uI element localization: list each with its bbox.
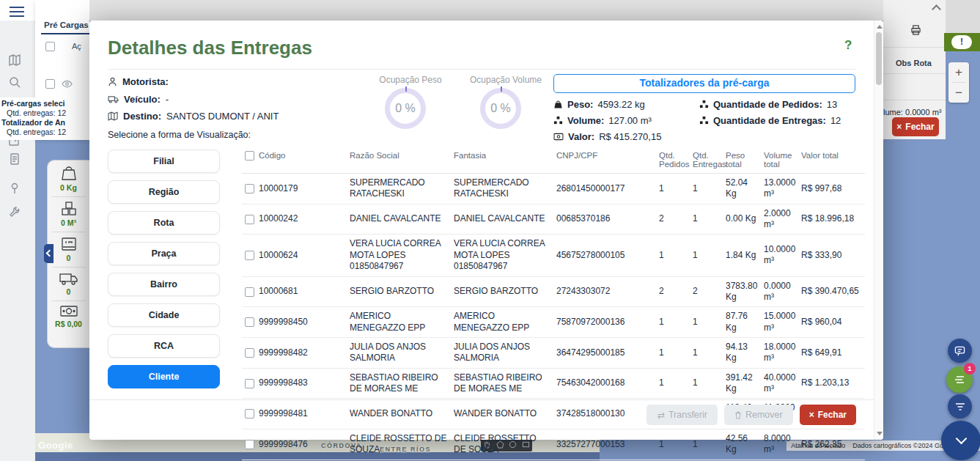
row-checkbox[interactable] [245,348,254,358]
view-button-praca[interactable]: Praça [108,242,220,265]
row-checkbox[interactable] [245,287,254,297]
scrollbar-thumb[interactable] [876,32,882,85]
header-fantasia: Fantasia [451,148,553,174]
cell-valor: R$ 649,91 [798,337,865,368]
row-checkbox[interactable] [245,317,254,327]
row-checkbox[interactable] [245,215,254,224]
search-icon[interactable] [8,75,21,89]
chat-floating-button[interactable] [948,339,972,363]
menu-hamburger-icon[interactable] [10,7,24,17]
view-button-regiao[interactable]: Região [108,180,220,204]
select-all-checkbox[interactable] [45,42,55,51]
collapse-down-floating-button[interactable] [941,421,980,460]
google-logo: Google [38,440,73,451]
row-checkbox[interactable] [245,251,254,260]
table-row[interactable]: 9999998482JULIA DOS ANJOS SALMORIAJULIA … [242,337,865,368]
close-icon: × [809,410,814,420]
cell-peso: 1.84 Kg [723,235,761,276]
row-checkbox[interactable] [245,184,254,193]
printer-icon[interactable] [910,25,921,35]
cell-cnpj: 75870972000136 [553,307,656,338]
total-entregas: Quantidade de Entregas: 12 [699,115,841,126]
table-row[interactable]: 10000624VERA LUCIA CORREA MOTA LOPES 018… [242,235,865,276]
collapse-panel-button[interactable] [44,244,54,263]
modal-scrollbar[interactable] [874,21,883,440]
row-checkbox[interactable] [245,379,254,388]
view-button-rca[interactable]: RCA [108,334,220,358]
gauge-volume-label: Ocupação Volume [458,75,553,85]
header-cnpj-cpf: CNPJ/CPF [553,148,656,174]
view-button-cidade[interactable]: Cidade [108,303,220,327]
summary-qtd-entregas: Qtd. entregas: 12 [1,108,89,118]
gauge-peso-label: Ocupação Peso [363,75,458,85]
cell-valor: R$ 960,04 [798,307,865,338]
green-alert-strip: ! [944,33,980,51]
table-row[interactable]: 9999998476CLEIDE ROSSETTO DE SOUZACLEIDE… [242,429,865,460]
cell-peso: 52.04 Kg [723,174,761,204]
fechar-button[interactable]: × Fechar [800,405,856,425]
zoom-out-button[interactable]: − [948,83,969,103]
zoom-in-button[interactable]: + [948,62,969,82]
cell-valor: R$ 262,35 [798,429,865,460]
close-icon: × [896,122,902,132]
table-row[interactable]: 10000242DANIEL CAVALCANTEDANIEL CAVALCAN… [242,204,865,235]
row-checkbox[interactable] [45,79,55,89]
view-button-filial[interactable]: Filial [108,150,220,173]
alert-badge[interactable]: ! [951,35,972,49]
remover-button[interactable]: Remover [724,405,793,425]
transfer-icon: ⇄ [657,410,664,421]
modal-title: Detalhes das Entregas [108,37,312,59]
view-button-bairro[interactable]: Bairro [108,273,220,296]
scroll-down-arrow-icon[interactable] [877,432,883,435]
cell-fantasia: VERA LUCIA CORREA MOTA LOPES 01850847967 [451,235,553,276]
volume-sitemap-icon [553,116,563,125]
wrench-icon[interactable] [8,205,21,218]
cell-codigo: 9999998482 [242,337,347,368]
row-checkbox[interactable] [245,440,254,449]
help-button[interactable]: ? [844,38,852,53]
total-volume: Volume: 127.00 m³ [553,115,652,126]
table-row[interactable]: 10000681SERGIO BARZOTTOSERGIO BARZOTTO27… [242,276,865,307]
document-icon[interactable] [8,152,21,166]
table-row[interactable]: 10000179SUPERMERCADO RATACHESKISUPERMERC… [242,174,865,204]
column-fragment: Aç [72,42,81,51]
card-veiculos-value: 0 [67,287,71,296]
select-all-checkbox[interactable] [245,151,254,161]
map-icon[interactable] [8,54,21,67]
cell-volume: 15.0000 m³ [761,307,798,338]
cell-pedidos: 1 [656,235,690,276]
cell-peso: 3783.80 Kg [723,276,761,307]
card-peso-value: 0 Kg [60,183,77,192]
header-codigo: Código [242,148,347,174]
summary-selected-label: Pré-cargas seleci [1,99,89,108]
cell-cnpj: 26801450000177 [553,174,656,204]
table-row[interactable]: 9999998450AMERICO MENEGAZZO EPPAMERICO M… [242,307,865,338]
filter-floating-button[interactable] [948,394,972,418]
left-sidebar [0,21,35,461]
table-row[interactable]: 9999998483SEBASTIAO RIBEIRO DE MORAES ME… [242,368,865,399]
eye-icon[interactable] [62,78,73,89]
deliveries-sitemap-icon [699,116,709,125]
cell-fantasia: SERGIO BARZOTTO [451,276,553,307]
cell-codigo: 9999998483 [242,368,347,399]
view-button-cliente[interactable]: Cliente [108,365,220,388]
cell-razao: SUPERMERCADO RATACHESKI [347,174,451,204]
card-entregas-value: 0 [67,254,71,262]
truck-icon [59,270,79,287]
cell-peso: 42.56 Kg [723,429,761,460]
transferir-button[interactable]: ⇄ Transferir [646,405,718,425]
scroll-up-arrow-icon[interactable] [877,25,883,29]
cell-fantasia: SEBASTIAO RIBEIRO DE MORAES ME [451,368,553,399]
cell-cnpj: 36474295000185 [553,337,656,368]
view-button-rota[interactable]: Rota [108,211,220,235]
cell-pedidos: 2 [656,276,690,307]
tab-pre-cargas[interactable]: Pré Cargas [44,21,89,29]
orders-sitemap-icon [699,100,709,109]
gauge-volume: 0 % [480,88,521,129]
cell-pedidos: 1 [656,368,690,399]
totalizadores-header[interactable]: Totalizadores da pré-carga [553,74,855,93]
pin-icon[interactable] [8,182,21,195]
view-buttons: FilialRegiãoRotaPraçaBairroCidadeRCAClie… [108,150,220,388]
gauge-volume-value: 0 % [490,102,511,115]
background-fechar-button[interactable]: × Fechar [892,117,939,136]
